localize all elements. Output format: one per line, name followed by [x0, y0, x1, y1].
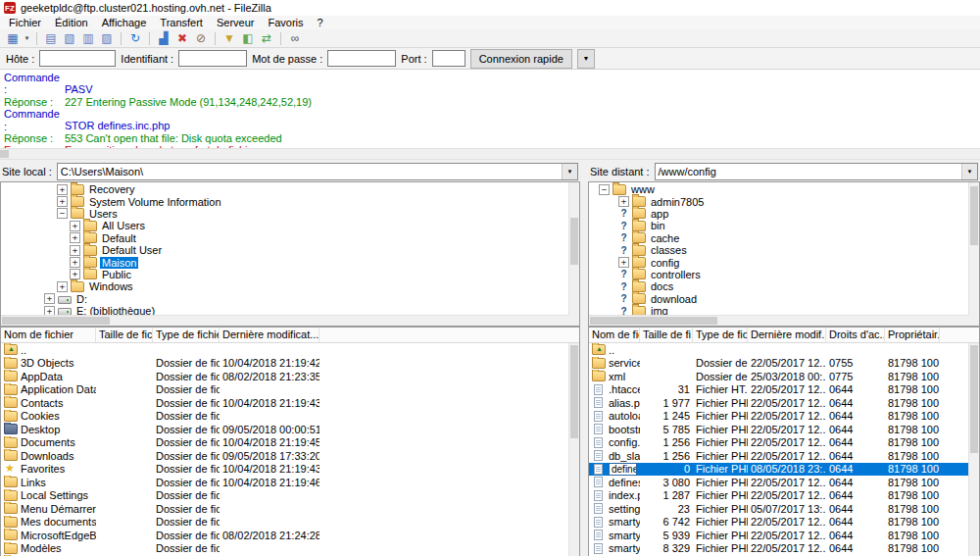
port-input[interactable] [432, 50, 466, 67]
expand-icon[interactable]: + [70, 269, 80, 279]
expand-icon[interactable]: + [618, 196, 629, 207]
menu-item-transfert[interactable]: Transfert [153, 17, 210, 28]
local-file-row-documents[interactable]: DocumentsDossier de fich...10/04/2018 21… [1, 436, 579, 450]
filter-icon[interactable]: ▼ [220, 30, 238, 46]
expand-icon[interactable]: + [57, 281, 68, 292]
remote-file-row-settings-i[interactable]: settings.i...23Fichier PHP05/07/2017 13:… [589, 502, 979, 516]
remote-file-row-services[interactable]: servicesDossier de ...22/05/2017 12...07… [589, 357, 979, 371]
local-file-row-downloads[interactable]: DownloadsDossier de fich...09/05/2018 17… [1, 449, 579, 463]
scrollbar-thumb[interactable] [590, 317, 717, 325]
local-file-row-local-settings[interactable]: Local SettingsDossier de fich... [1, 489, 579, 503]
scrollbar-thumb[interactable] [570, 218, 578, 265]
cancel-transfer-icon[interactable]: ✖ [173, 30, 191, 46]
remote-dir-classes[interactable]: ?classes [589, 244, 979, 256]
remote-file-row-db-slave[interactable]: db_slave...1 256Fichier PHP22/05/2017 12… [589, 449, 979, 463]
remote-file-row-config-in[interactable]: config.in...1 256Fichier PHP22/05/2017 1… [589, 436, 979, 450]
menu-item-serveur[interactable]: Serveur [210, 17, 262, 28]
host-input[interactable] [39, 50, 116, 67]
local-tree-hscrollbar[interactable] [1, 315, 569, 326]
local-file-row-mes-documents[interactable]: Mes documentsDossier de fich... [1, 516, 579, 530]
remote-path-combo[interactable]: /www/config ▼ [655, 163, 978, 180]
remote-column-header-propri-tair[interactable]: Propriétair... [885, 328, 940, 342]
local-file-row-menu-d-marrer[interactable]: Menu DémarrerDossier de fich... [1, 502, 579, 516]
menu-item-parent[interactable]: ? [311, 17, 330, 28]
expand-icon[interactable]: + [70, 257, 80, 268]
remote-column-header-type-de-fic[interactable]: Type de fic... [693, 328, 748, 342]
local-file-row-3d-objects[interactable]: 3D ObjectsDossier de fich...10/04/2018 2… [1, 357, 579, 371]
remote-file-row-smartya[interactable]: smartya...5 939Fichier PHP22/05/2017 12.… [589, 529, 979, 542]
local-file-row-cookies[interactable]: CookiesDossier de fich... [1, 410, 579, 424]
local-dir-windows[interactable]: +Windows [1, 280, 579, 292]
remote-dir-bin[interactable]: ?bin [589, 220, 979, 231]
remote-file-row-bootstra[interactable]: bootstra...5 785Fichier PHP22/05/2017 12… [589, 423, 979, 436]
synchronized-browsing-icon[interactable]: ⇄ [258, 30, 275, 46]
local-file-row-desktop[interactable]: DesktopDossier de fich...09/05/2018 00:0… [1, 423, 579, 436]
menu-item-affichage[interactable]: Affichage [95, 17, 154, 28]
remote-list-vscrollbar[interactable] [968, 343, 979, 556]
remote-dir-download[interactable]: ?download [589, 293, 979, 305]
local-column-header-nom-de-fichier[interactable]: Nom de fichier [1, 328, 96, 342]
scrollbar-thumb[interactable] [970, 345, 978, 453]
remote-tree-vscrollbar[interactable] [968, 182, 979, 326]
remote-file-row-index-php[interactable]: index.php1 287Fichier PHP22/05/2017 12..… [589, 489, 979, 503]
process-queue-icon[interactable]: ▟ [155, 30, 172, 46]
log-scrollbar-thumb[interactable] [0, 150, 9, 158]
rename-input[interactable]: defines.inc.php [609, 463, 637, 476]
chevron-down-icon[interactable]: ▼ [961, 164, 977, 179]
local-list-vscrollbar[interactable] [568, 343, 579, 556]
quickconnect-dropdown-button[interactable]: ▼ [577, 49, 595, 69]
local-tree-vscrollbar[interactable] [568, 182, 579, 326]
toggle-queue-icon[interactable]: ▨ [98, 30, 116, 46]
site-manager-icon-dropdown[interactable]: ▾ [23, 34, 31, 42]
remote-tree-hscrollbar[interactable] [589, 315, 969, 326]
disconnect-icon[interactable]: ⊘ [192, 30, 210, 46]
local-dir-system-volume-information[interactable]: +System Volume Information [1, 195, 579, 207]
chevron-down-icon[interactable]: ▼ [562, 164, 577, 179]
log-scrollbar[interactable] [0, 148, 980, 160]
expand-icon[interactable]: + [44, 293, 55, 304]
remote-column-header-derni-re-modif[interactable]: Dernière modif... [748, 328, 826, 342]
expand-icon[interactable]: + [618, 257, 629, 268]
remote-dir-controllers[interactable]: ?controllers [589, 269, 979, 280]
remote-column-header-taille-de-fi[interactable]: Taille de fi... [640, 328, 693, 342]
remote-dir-config[interactable]: +config [589, 256, 979, 268]
password-input[interactable] [327, 50, 396, 67]
remote-dir-www[interactable]: −www [589, 183, 979, 195]
site-manager-icon[interactable]: ▦ [4, 30, 22, 46]
toggle-remote-tree-icon[interactable]: ▥ [79, 30, 97, 46]
collapse-icon[interactable]: − [57, 208, 68, 219]
remote-dir-cache[interactable]: ?cache [589, 232, 979, 244]
local-file-row-parent[interactable]: .. [1, 343, 579, 357]
remote-dir-docs[interactable]: ?docs [589, 280, 979, 292]
local-file-row-application-data[interactable]: Application DataDossier de fich... [1, 383, 579, 397]
remote-file-row-smarty-c[interactable]: smarty.c...6 742Fichier PHP22/05/2017 12… [589, 516, 979, 530]
refresh-icon[interactable]: ↻ [126, 30, 144, 46]
remote-file-row-parent[interactable]: .. [589, 343, 979, 357]
local-file-row-links[interactable]: LinksDossier de fich...10/04/2018 21:19:… [1, 476, 579, 489]
local-path-combo[interactable]: C:\Users\Maison\ ▼ [57, 163, 578, 180]
expand-icon[interactable]: + [70, 221, 80, 231]
local-file-row-microsoftedgeb[interactable]: MicrosoftEdgeB...Dossier de fich...08/02… [1, 529, 579, 542]
remote-file-row-xml[interactable]: xmlDossier de ...25/03/2018 00:...077581… [589, 370, 979, 383]
menu-item-favoris[interactable]: Favoris [261, 17, 310, 28]
local-dir-recovery[interactable]: +Recovery [1, 183, 579, 195]
remote-file-row-alias-php[interactable]: alias.php1 977Fichier PHP22/05/2017 12..… [589, 396, 979, 410]
scrollbar-thumb[interactable] [970, 186, 978, 245]
toggle-message-log-icon[interactable]: ▤ [42, 30, 60, 46]
menu-item-fichier[interactable]: Fichier [2, 17, 48, 28]
local-column-header-type-de-fichier[interactable]: Type de fichier [153, 328, 220, 342]
local-dir-d[interactable]: +D: [1, 293, 579, 305]
remote-file-row-defines-inc-php[interactable]: defines.inc.php0Fichier PHP08/05/2018 23… [589, 463, 979, 477]
expand-icon[interactable]: + [70, 245, 80, 256]
local-column-header-taille-de-fic[interactable]: Taille de fic... [96, 328, 153, 342]
local-file-row-contacts[interactable]: ContactsDossier de fich...10/04/2018 21:… [1, 396, 579, 410]
quickconnect-button[interactable]: Connexion rapide [470, 49, 572, 69]
pane-splitter[interactable] [580, 162, 588, 556]
toggle-local-tree-icon[interactable]: ▧ [61, 30, 78, 46]
local-file-row-favorites[interactable]: FavoritesDossier de fich...10/04/2018 21… [1, 463, 579, 477]
local-dir-public[interactable]: +Public [1, 269, 579, 280]
compare-directories-icon[interactable]: ◧ [239, 30, 257, 46]
remote-file-row-autoload[interactable]: autoload...1 245Fichier PHP22/05/2017 12… [589, 410, 979, 424]
find-files-icon[interactable]: ∞ [286, 30, 304, 46]
scrollbar-thumb[interactable] [570, 345, 578, 438]
